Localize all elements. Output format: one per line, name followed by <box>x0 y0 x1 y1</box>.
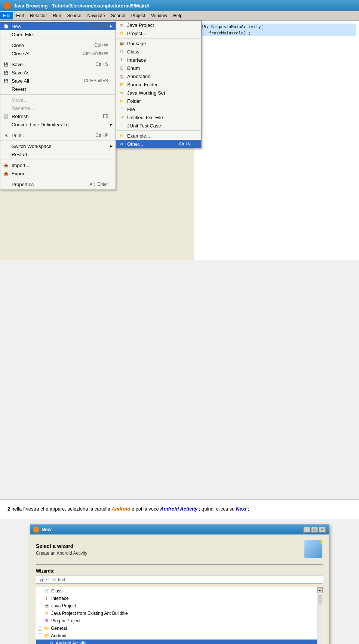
instruction-text2: e poi la voce <box>132 506 160 512</box>
submenu-project[interactable]: 📁 Project... <box>116 29 201 37</box>
menu-export[interactable]: 📤 Export... <box>0 169 116 178</box>
junit-label: JUnit Test Case <box>127 123 161 129</box>
menu-window[interactable]: Window <box>148 12 170 19</box>
properties-shortcut: Alt+Enter <box>82 182 108 187</box>
instruction-android1: Android <box>111 506 130 512</box>
save-as-label: Save As... <box>12 70 34 76</box>
menu-section-print: 🖨 Print... Ctrl+P <box>0 130 116 141</box>
print-label: Print... <box>12 133 26 138</box>
menu-navigate[interactable]: Navigate <box>84 12 108 19</box>
instruction-text3: ; quindi clicca su <box>199 506 236 512</box>
menu-edit[interactable]: Edit <box>13 12 27 19</box>
menu-save-all[interactable]: 💾 Save All Ctrl+Shift+S <box>0 77 116 85</box>
submenu-enum[interactable]: E Enum <box>116 64 201 72</box>
tree-item-android[interactable]: - 📁 Android <box>36 632 323 640</box>
maximize-button[interactable]: □ <box>311 527 318 533</box>
menu-bar: File Edit Refactor Run Source Navigate S… <box>0 11 359 21</box>
submenu-untitled-text[interactable]: 📝 Untitled Text File <box>116 113 201 121</box>
menu-refresh[interactable]: 🔄 Refresh F5 <box>0 112 116 120</box>
save-icon: 💾 <box>3 61 9 67</box>
class-icon: C <box>118 49 125 55</box>
menu-save-as[interactable]: 💾 Save As... <box>0 68 116 77</box>
submenu-junit[interactable]: J JUnit Test Case <box>116 121 201 130</box>
menu-search[interactable]: Search <box>108 12 128 19</box>
tree-item-android-activity[interactable]: ⚙ Android Activity <box>36 640 323 644</box>
dialog-title-bar: New _ □ ✕ <box>30 525 329 534</box>
submenu-example[interactable]: 📁 Example... <box>116 132 201 140</box>
submenu-java-project[interactable]: ☕ Java Project <box>116 21 201 29</box>
android-folder-icon: 📁 <box>43 633 49 639</box>
revert-label: Revert <box>12 86 26 92</box>
menu-properties[interactable]: Properties Alt+Enter <box>0 180 116 188</box>
export-label: Export... <box>12 171 30 176</box>
tree-label-interface: Interface <box>51 596 69 601</box>
junit-icon: J <box>118 123 125 129</box>
print-icon: 🖨 <box>3 132 9 138</box>
annotation-icon: @ <box>118 73 125 79</box>
tree-item-class[interactable]: C Class <box>36 587 323 595</box>
submenu-file[interactable]: 📄 File <box>116 105 201 113</box>
menu-convert-delimiters[interactable]: Convert Line Delimiters To <box>0 120 116 129</box>
tree-label-android: Android <box>51 633 66 638</box>
menu-close[interactable]: Close Ctrl+W <box>0 41 116 49</box>
submenu-folder[interactable]: 📁 Folder <box>116 97 201 105</box>
dialog-content: Select a wizard Create an Android Activi… <box>30 534 329 644</box>
close-button[interactable]: ✕ <box>319 527 326 533</box>
java-project-icon: ☕ <box>118 22 125 28</box>
menu-revert[interactable]: Revert <box>0 85 116 93</box>
tree-item-java-project[interactable]: ☕ Java Project <box>36 602 323 610</box>
submenu-package[interactable]: 📦 Package <box>116 39 201 47</box>
switch-workspace-label: Switch Workspace <box>12 144 52 149</box>
package-label: Package <box>127 41 146 46</box>
interface-icon: I <box>118 57 125 63</box>
menu-project[interactable]: Project <box>128 12 148 19</box>
menu-open-file[interactable]: Open File... <box>0 30 116 38</box>
refresh-icon: 🔄 <box>3 113 9 119</box>
filter-input[interactable] <box>36 576 323 584</box>
submenu-source-folder[interactable]: 📂 Source Folder <box>116 80 201 89</box>
tree-wrapper: C Class I Interface ☕ Java Project ⚙ Jav <box>36 587 323 644</box>
expand-general[interactable]: + <box>38 626 42 631</box>
tree-item-general[interactable]: + 📁 General <box>36 625 323 632</box>
class-icon: C <box>44 588 50 594</box>
menu-save[interactable]: 💾 Save Ctrl+S <box>0 60 116 68</box>
submenu-java-working-set[interactable]: ⚙ Java Working Set <box>116 89 201 97</box>
scroll-up-btn[interactable]: ▲ <box>317 587 323 593</box>
close-all-label: Close All <box>12 51 31 56</box>
menu-switch-workspace[interactable]: Switch Workspace <box>0 142 116 150</box>
instruction-text1: nella finestra che appare, seleziona la … <box>12 506 111 512</box>
export-icon: 📤 <box>3 170 9 176</box>
menu-print[interactable]: 🖨 Print... Ctrl+P <box>0 131 116 139</box>
tree-item-interface[interactable]: I Interface <box>36 595 323 602</box>
tree-item-plugin[interactable]: ⚙ Plug-in Project <box>36 617 323 625</box>
new-shortcut: Alt+Shift+N <box>78 24 108 29</box>
minimize-button[interactable]: _ <box>303 527 310 533</box>
code-area: 415; RispostaMainActivity( , fraseMaiusc… <box>194 21 359 260</box>
expand-android[interactable]: - <box>38 634 42 638</box>
app-icon <box>4 2 10 9</box>
wizard-star: ✦ <box>319 538 324 546</box>
menu-import[interactable]: 📥 Import... <box>0 161 116 169</box>
submenu-other[interactable]: ⚙ Other... Ctrl+N <box>116 140 201 148</box>
scroll-track <box>317 593 323 644</box>
submenu-annotation[interactable]: @ Annotation <box>116 72 201 80</box>
menu-close-all[interactable]: Close All Ctrl+Shift+W <box>0 49 116 58</box>
scroll-thumb[interactable] <box>318 595 322 604</box>
menu-file[interactable]: File <box>0 12 13 19</box>
menu-source[interactable]: Source <box>64 12 84 19</box>
menu-help[interactable]: Help <box>170 12 185 19</box>
rename-label: Rename... <box>12 105 34 111</box>
save-all-icon: 💾 <box>3 78 9 84</box>
tree-item-java-ant[interactable]: ⚙ Java Project from Existing Ant Buildfi… <box>36 610 323 617</box>
tree-container[interactable]: C Class I Interface ☕ Java Project ⚙ Jav <box>36 587 323 644</box>
menu-move: Move... <box>0 96 116 104</box>
submenu-class[interactable]: C Class <box>116 47 201 56</box>
menu-restart[interactable]: Restart <box>0 150 116 158</box>
wizard-graphic: ✦ <box>304 540 322 558</box>
untitled-text-label: Untitled Text File <box>127 115 163 120</box>
submenu-interface[interactable]: I Interface <box>116 56 201 64</box>
menu-run[interactable]: Run <box>50 12 64 19</box>
menu-new[interactable]: 📄 New Alt+Shift+N <box>0 22 116 30</box>
save-label: Save <box>12 62 23 67</box>
menu-refactor[interactable]: Refactor <box>27 12 50 19</box>
